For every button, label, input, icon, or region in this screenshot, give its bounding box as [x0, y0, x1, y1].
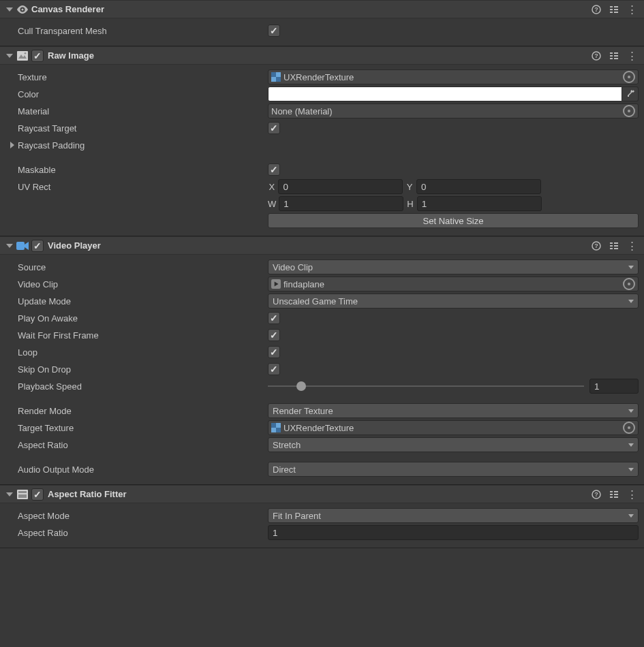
texture-field[interactable]: UXRenderTexture — [268, 69, 639, 84]
render-texture-icon — [271, 423, 281, 432]
uv-y-input[interactable] — [416, 179, 541, 194]
help-icon[interactable]: ? — [589, 3, 603, 16]
wait-for-first-frame-label: Wait For First Frame — [5, 330, 268, 341]
foldout-toggle[interactable] — [5, 52, 13, 59]
preset-icon[interactable] — [607, 239, 621, 253]
svg-point-11 — [25, 52, 27, 54]
raycast-target-checkbox[interactable] — [268, 122, 280, 134]
svg-rect-40 — [18, 494, 27, 498]
material-label: Material — [5, 106, 268, 116]
playback-speed-input[interactable] — [589, 379, 639, 394]
svg-rect-14 — [610, 52, 613, 54]
set-native-size-button[interactable]: Set Native Size — [268, 213, 639, 228]
svg-rect-32 — [614, 248, 618, 249]
target-texture-value: UXRenderTexture — [283, 423, 623, 433]
svg-text:?: ? — [594, 242, 598, 249]
svg-text:?: ? — [594, 6, 598, 13]
skip-on-drop-label: Skip On Drop — [5, 364, 268, 375]
component-header[interactable]: Aspect Ratio Fitter ? ⋮ — [0, 485, 644, 503]
svg-rect-8 — [614, 12, 618, 13]
source-dropdown[interactable]: Video Clip — [268, 259, 639, 274]
object-picker-icon[interactable] — [623, 422, 635, 434]
update-mode-dropdown[interactable]: Unscaled Game Time — [268, 294, 639, 309]
component-header[interactable]: Video Player ? ⋮ — [0, 236, 644, 255]
target-texture-field[interactable]: UXRenderTexture — [268, 420, 639, 435]
svg-rect-6 — [614, 6, 618, 7]
loop-label: Loop — [5, 347, 268, 358]
loop-checkbox[interactable] — [268, 346, 280, 358]
help-icon[interactable]: ? — [589, 239, 603, 253]
component-enable-checkbox[interactable] — [31, 488, 44, 501]
audio-output-mode-label: Audio Output Mode — [5, 464, 268, 475]
svg-rect-5 — [610, 12, 613, 13]
cull-transparent-mesh-checkbox[interactable] — [268, 25, 280, 37]
kebab-icon[interactable]: ⋮ — [625, 488, 639, 501]
render-mode-dropdown[interactable]: Render Texture — [268, 403, 639, 418]
kebab-icon[interactable]: ⋮ — [625, 49, 639, 63]
texture-label: Texture — [5, 72, 268, 82]
svg-rect-31 — [614, 245, 618, 247]
object-picker-icon[interactable] — [623, 105, 635, 117]
component-title: Raw Image — [48, 50, 94, 61]
preset-icon[interactable] — [607, 488, 621, 501]
raycast-padding-foldout[interactable] — [8, 142, 16, 149]
preset-icon[interactable] — [607, 3, 621, 16]
uv-w-input[interactable] — [279, 196, 403, 211]
svg-rect-7 — [614, 9, 618, 10]
svg-rect-9 — [17, 51, 28, 61]
component-enable-checkbox[interactable] — [31, 50, 44, 62]
foldout-toggle[interactable] — [5, 490, 13, 498]
image-icon — [16, 50, 29, 62]
svg-rect-15 — [610, 55, 613, 57]
svg-point-0 — [21, 8, 23, 10]
color-swatch[interactable] — [268, 86, 622, 101]
render-mode-label: Render Mode — [5, 406, 268, 416]
svg-marker-24 — [25, 242, 29, 250]
svg-rect-29 — [610, 248, 613, 249]
component-header[interactable]: Raw Image ? ⋮ — [0, 46, 644, 65]
wait-for-first-frame-checkbox[interactable] — [268, 329, 280, 341]
video-icon — [16, 240, 29, 252]
svg-rect-21 — [271, 72, 276, 77]
play-on-awake-checkbox[interactable] — [268, 312, 280, 324]
skip-on-drop-checkbox[interactable] — [268, 363, 280, 375]
aspect-mode-dropdown[interactable]: Fit In Parent — [268, 508, 639, 523]
kebab-icon[interactable]: ⋮ — [625, 239, 639, 253]
component-enable-checkbox[interactable] — [31, 240, 44, 252]
object-picker-icon[interactable] — [623, 71, 635, 83]
video-asset-icon — [271, 279, 281, 289]
kebab-icon[interactable]: ⋮ — [625, 3, 639, 16]
layout-icon — [16, 488, 29, 501]
svg-text:?: ? — [594, 52, 598, 59]
component-aspect-ratio-fitter: Aspect Ratio Fitter ? ⋮ Aspect Mode Fit … — [0, 485, 644, 548]
chevron-down-icon — [628, 514, 634, 518]
svg-rect-23 — [16, 242, 25, 250]
uv-x-input[interactable] — [278, 179, 403, 194]
audio-output-mode-dropdown[interactable]: Direct — [268, 462, 639, 477]
svg-rect-37 — [276, 428, 281, 432]
texture-value: UXRenderTexture — [283, 72, 623, 82]
help-icon[interactable]: ? — [589, 488, 603, 501]
chevron-down-icon — [628, 409, 634, 413]
arf-aspect-ratio-input[interactable] — [268, 525, 639, 540]
chevron-down-icon — [628, 443, 634, 447]
component-header[interactable]: Canvas Renderer ? ⋮ — [0, 0, 644, 18]
uv-rect-label: UV Rect — [5, 182, 268, 192]
preset-icon[interactable] — [607, 49, 621, 63]
svg-rect-46 — [614, 491, 618, 492]
raycast-padding-label: Raycast Padding — [18, 140, 85, 151]
foldout-toggle[interactable] — [5, 242, 13, 249]
maskable-checkbox[interactable] — [268, 163, 280, 176]
material-field[interactable]: None (Material) — [268, 104, 639, 119]
eyedropper-button[interactable] — [622, 86, 639, 101]
playback-speed-slider[interactable] — [268, 380, 584, 392]
help-icon[interactable]: ? — [589, 49, 603, 63]
vp-aspect-ratio-dropdown[interactable]: Stretch — [268, 437, 639, 452]
svg-rect-44 — [610, 494, 613, 495]
object-picker-icon[interactable] — [623, 278, 635, 290]
svg-rect-22 — [276, 77, 281, 82]
foldout-toggle[interactable] — [5, 5, 13, 13]
video-clip-field[interactable]: findaplane — [268, 277, 639, 291]
svg-rect-19 — [614, 58, 618, 59]
uv-h-input[interactable] — [417, 196, 542, 211]
